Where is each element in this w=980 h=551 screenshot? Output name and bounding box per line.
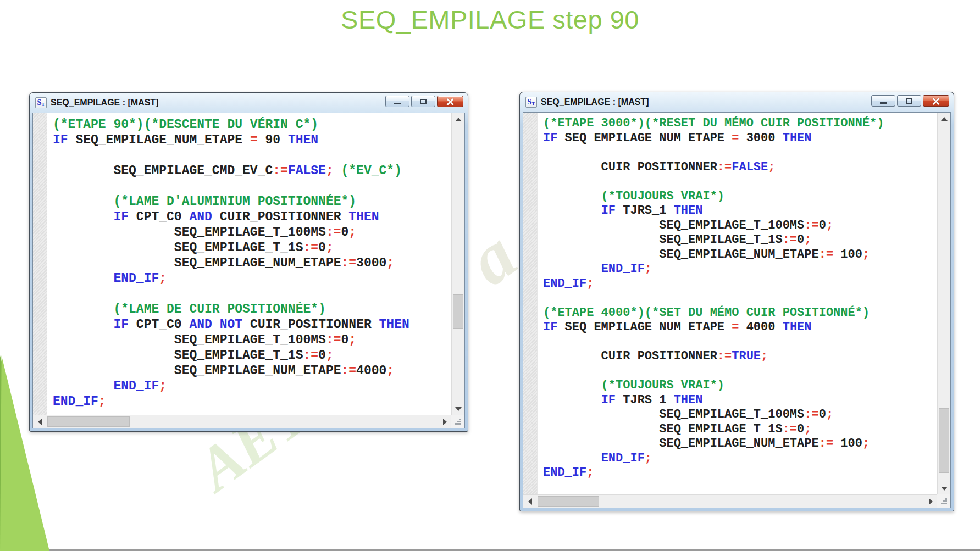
code-token: ; xyxy=(826,219,833,232)
code-token: ; xyxy=(326,164,334,178)
code-token: := xyxy=(341,256,357,270)
minimize-icon xyxy=(394,103,401,104)
code-token: THEN xyxy=(783,320,812,334)
code-line: END_IF; xyxy=(543,262,937,277)
code-token: CUIR_POSITIONNER xyxy=(543,349,717,363)
code-line: SEQ_EMPILAGE_T_1S:=0; xyxy=(53,240,451,255)
code-token: = xyxy=(250,133,258,147)
code-token: := xyxy=(819,248,833,261)
chevron-up-icon xyxy=(455,118,462,121)
code-editor[interactable]: (*ETAPE 3000*)(*RESET DU MÉMO CUIR POSIT… xyxy=(538,113,937,494)
close-button[interactable] xyxy=(437,96,463,107)
code-token: FALSE xyxy=(732,160,768,174)
close-button[interactable] xyxy=(923,95,949,107)
window-controls xyxy=(871,95,949,107)
titlebar[interactable]: ST SEQ_EMPILAGE : [MAST] xyxy=(520,92,954,112)
code-line: IF TJRS_1 THEN xyxy=(543,204,937,219)
vertical-scroll-thumb[interactable] xyxy=(939,408,949,473)
code-line: IF SEQ_EMPILAGE_NUM_ETAPE = 90 THEN xyxy=(53,132,451,148)
maximize-button[interactable] xyxy=(897,95,921,107)
code-token: THEN xyxy=(783,131,812,145)
titlebar[interactable]: ST SEQ_EMPILAGE : [MAST] xyxy=(30,93,468,113)
code-token: ; xyxy=(159,271,167,286)
scroll-down-button[interactable] xyxy=(938,482,951,494)
code-token: ; xyxy=(862,248,870,261)
st-icon-letter: S xyxy=(528,98,532,106)
code-token: ; xyxy=(98,394,106,409)
code-token: := xyxy=(326,225,341,240)
minimize-icon xyxy=(880,102,887,104)
vertical-scroll-thumb[interactable] xyxy=(453,294,463,329)
chevron-right-icon xyxy=(929,498,933,505)
code-token: ; xyxy=(348,225,356,240)
maximize-button[interactable] xyxy=(411,96,435,107)
code-token xyxy=(543,262,601,276)
code-token: SEQ_EMPILAGE_NUM_ETAPE xyxy=(543,248,819,261)
code-token: END_IF xyxy=(601,452,645,465)
scroll-left-button[interactable] xyxy=(33,415,46,428)
code-line: IF CPT_C0 AND CUIR_POSITIONNER THEN xyxy=(53,209,451,225)
code-token: := xyxy=(804,219,818,232)
code-token: (*EV_C*) xyxy=(341,164,402,178)
code-line: IF SEQ_EMPILAGE_NUM_ETAPE = 3000 THEN xyxy=(543,131,937,146)
scroll-up-button[interactable] xyxy=(452,113,465,125)
vertical-scrollbar[interactable] xyxy=(937,113,950,494)
code-token: THEN xyxy=(674,204,703,218)
scroll-right-button[interactable] xyxy=(438,415,451,428)
code-line: SEQ_EMPILAGE_CMD_EV_C:=FALSE; (*EV_C*) xyxy=(53,163,451,179)
close-icon xyxy=(446,98,454,105)
chevron-left-icon xyxy=(528,498,532,505)
code-line: END_IF; xyxy=(53,379,451,394)
code-line: SEQ_EMPILAGE_T_100MS:=0; xyxy=(543,408,937,422)
horizontal-scrollbar[interactable] xyxy=(523,494,937,508)
code-token: ; xyxy=(804,233,811,247)
scroll-down-button[interactable] xyxy=(452,403,465,415)
code-token: SEQ_EMPILAGE_T_100MS xyxy=(53,333,326,347)
code-line: (*TOUJOURS VRAI*) xyxy=(543,379,937,393)
code-token xyxy=(53,210,113,224)
scroll-left-button[interactable] xyxy=(523,495,536,508)
vertical-scrollbar[interactable] xyxy=(451,113,464,415)
horizontal-scrollbar[interactable] xyxy=(33,415,451,428)
code-token xyxy=(53,318,113,332)
code-editor[interactable]: (*ETAPE 90*)(*DESCENTE DU VÉRIN C*)IF SE… xyxy=(48,113,451,415)
structured-text-icon: ST xyxy=(525,97,537,108)
code-token: ; xyxy=(826,408,833,421)
horizontal-scroll-thumb[interactable] xyxy=(47,416,130,427)
code-line: (*LAME D'ALUMINIUM POSITIONNÉE*) xyxy=(53,194,451,209)
code-line: SEQ_EMPILAGE_NUM_ETAPE:= 100; xyxy=(543,248,937,263)
scroll-up-button[interactable] xyxy=(938,113,951,125)
minimize-button[interactable] xyxy=(871,95,895,107)
code-token: ; xyxy=(645,452,652,465)
code-token: := xyxy=(783,233,797,247)
code-token: CPT_C0 xyxy=(129,210,189,224)
editor-gutter xyxy=(33,113,47,415)
code-line xyxy=(543,175,937,190)
code-token: := xyxy=(804,408,818,421)
code-token: ; xyxy=(386,364,394,378)
code-line: END_IF; xyxy=(543,466,937,481)
code-token: CUIR_POSITIONNER xyxy=(212,210,348,224)
code-line xyxy=(543,335,937,350)
code-token: := xyxy=(303,241,318,255)
minimize-button[interactable] xyxy=(385,96,409,107)
code-line: SEQ_EMPILAGE_T_1S:=0; xyxy=(53,348,451,363)
code-token xyxy=(212,318,220,332)
code-token: IF xyxy=(543,131,557,145)
code-token: (*LAME D'ALUMINIUM POSITIONNÉE*) xyxy=(113,194,356,209)
code-token: SEQ_EMPILAGE_T_100MS xyxy=(543,219,804,232)
code-line: IF CPT_C0 AND NOT CUIR_POSITIONNER THEN xyxy=(53,317,451,332)
resize-grip[interactable] xyxy=(937,494,950,508)
resize-grip[interactable] xyxy=(451,415,464,428)
horizontal-scroll-thumb[interactable] xyxy=(538,496,599,507)
code-line xyxy=(53,179,451,194)
code-token: (*TOUJOURS VRAI*) xyxy=(601,190,724,203)
code-token: CUIR_POSITIONNER xyxy=(543,160,717,174)
code-token: IF xyxy=(113,210,129,224)
code-token xyxy=(543,379,601,392)
code-token: (*ETAPE 3000*)(*RESET DU MÉMO CUIR POSIT… xyxy=(543,116,884,130)
scroll-right-button[interactable] xyxy=(924,495,937,508)
code-line: END_IF; xyxy=(543,277,937,292)
code-token: NOT xyxy=(220,318,242,332)
slide: AET a SEQ_EMPILAGE step 90 ST SEQ_EMPILA… xyxy=(0,0,980,551)
